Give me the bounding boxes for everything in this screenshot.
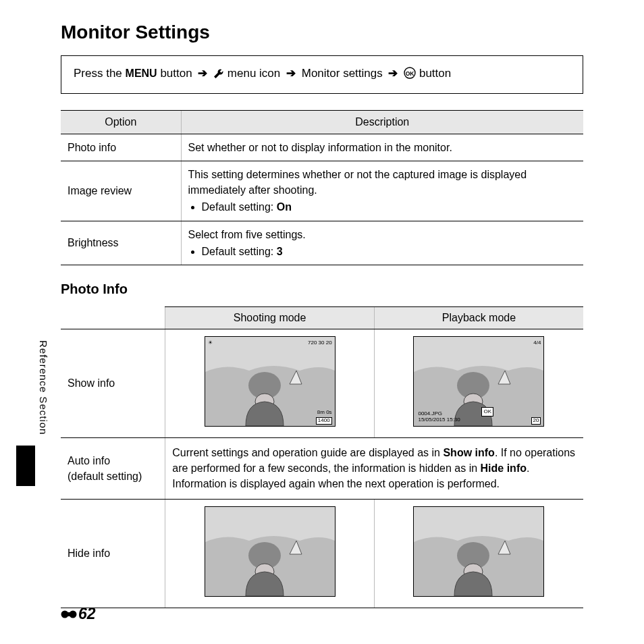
arrow-icon: ➔ <box>286 67 296 80</box>
col-header-shooting: Shooting mode <box>165 306 375 329</box>
thumb-cell: ☀ 720 30 20 8m 0s 1400 <box>165 329 375 437</box>
nav-text: menu icon <box>227 67 284 80</box>
overlay-flash: ☀ <box>208 339 213 347</box>
shooting-showinfo-thumb: ☀ 720 30 20 8m 0s 1400 <box>205 336 336 427</box>
row-label: Auto info (default setting) <box>61 438 165 500</box>
arrow-icon: ➔ <box>198 67 207 80</box>
desc-cell: This setting determines whether or not t… <box>181 161 583 221</box>
bullet-text: Default setting: <box>202 201 277 213</box>
nav-text: Press the <box>74 67 126 80</box>
overlay-video: 720 30 20 <box>308 339 332 347</box>
row-label: Show info <box>61 329 165 437</box>
playback-showinfo-thumb: 4/4 0004.JPG 15/05/2015 15:30 OK 20 <box>413 336 544 427</box>
auto-info-desc: Current settings and operation guide are… <box>165 438 583 500</box>
svg-rect-12 <box>65 612 73 616</box>
desc-text: This setting determines whether or not t… <box>188 169 527 196</box>
page-section-icon <box>61 606 77 624</box>
table-row: Brightness Select from five settings. De… <box>61 221 583 265</box>
option-cell: Image review <box>61 161 181 221</box>
col-header-description: Description <box>181 110 583 134</box>
bullet-bold: On <box>277 201 292 213</box>
table-row: Auto info (default setting) Current sett… <box>61 438 583 500</box>
section-heading-photo-info: Photo Info <box>61 281 583 297</box>
thumb-cell: 4/4 0004.JPG 15/05/2015 15:30 OK 20 <box>374 329 583 437</box>
overlay-count: 4/4 <box>533 339 541 347</box>
nav-text: Monitor settings <box>302 67 386 80</box>
options-table: Option Description Photo info Set whethe… <box>61 110 583 265</box>
col-header-playback: Playback mode <box>374 306 583 329</box>
page-number: 62 <box>61 605 96 624</box>
table-row: Photo info Set whether or not to display… <box>61 134 583 161</box>
page-title: Monitor Settings <box>61 22 583 43</box>
page-number-text: 62 <box>78 605 96 622</box>
overlay-ok: OK <box>481 407 493 417</box>
overlay-shots: 1400 <box>316 417 332 425</box>
side-tab-marker <box>16 446 35 486</box>
bullet-text: Default setting: <box>202 246 277 257</box>
table-row: Image review This setting determines whe… <box>61 161 583 221</box>
desc-bold: Show info <box>443 447 494 458</box>
bullet-bold: 3 <box>277 246 283 257</box>
desc-cell: Set whether or not to display informatio… <box>181 134 583 161</box>
col-header-option: Option <box>61 110 181 134</box>
nav-text: button <box>419 67 451 80</box>
table-row: Show info ☀ 720 30 20 8m 0s 1400 <box>61 329 583 437</box>
thumb-cell <box>165 499 375 608</box>
overlay-datetime: 15/05/2015 15:30 <box>418 416 460 424</box>
ok-button-icon: OK <box>404 67 416 84</box>
desc-cell: Select from five settings. Default setti… <box>181 221 583 265</box>
navigation-path-box: Press the MENU button ➔ menu icon ➔ Moni… <box>61 55 583 94</box>
option-cell: Brightness <box>61 221 181 265</box>
label-text: (default setting) <box>68 471 142 482</box>
desc-bold: Hide info <box>481 462 527 474</box>
playback-hideinfo-thumb <box>413 506 544 597</box>
menu-button-label: MENU <box>126 68 157 79</box>
svg-text:OK: OK <box>406 70 415 77</box>
thumb-cell <box>374 499 583 608</box>
nav-text: button <box>157 67 196 80</box>
overlay-time: 8m 0s <box>317 408 332 417</box>
overlay-size: 20 <box>531 417 541 425</box>
table-row: Hide info <box>61 499 583 608</box>
shooting-hideinfo-thumb <box>205 506 336 597</box>
side-section-label: Reference Section <box>38 340 49 435</box>
arrow-icon: ➔ <box>388 67 398 80</box>
desc-text: Current settings and operation guide are… <box>172 447 443 458</box>
empty-header <box>61 306 165 329</box>
option-cell: Photo info <box>61 134 181 161</box>
row-label: Hide info <box>61 499 165 608</box>
wrench-icon <box>213 68 224 84</box>
photo-info-table: Shooting mode Playback mode Show info ☀ … <box>61 306 583 608</box>
desc-text: Select from five settings. <box>188 229 306 240</box>
label-text: Auto info <box>68 455 110 466</box>
